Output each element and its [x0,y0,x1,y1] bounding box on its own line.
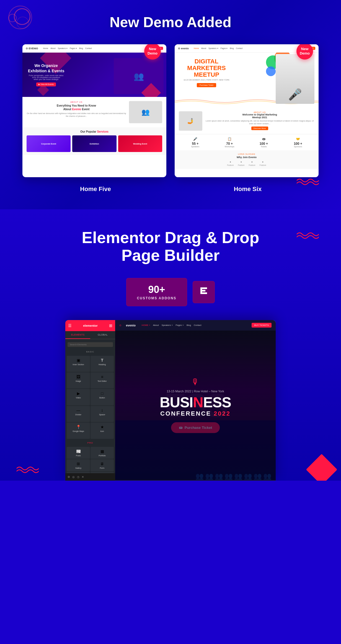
text-editor-icon: ≡ [101,375,103,379]
heading-icon: T [101,358,104,362]
elementor-title: Elementor Drag & DropPage Builder [17,229,324,264]
addons-label: CUSTOMS ADDONS [137,296,177,300]
widget-heading[interactable]: T Heading [91,356,114,372]
icon-widget-icon: ★ [100,425,104,429]
mic-icon: 🎙 [191,377,200,387]
widget-spacer[interactable]: ↕ Spacer [91,406,114,422]
video-icon: ▶ [77,391,80,396]
widget-icon[interactable]: ★ Icon [91,423,114,439]
sidebar-title: elementor [74,324,107,327]
hs-stat-speakers: 🎤 55 + Speakers [179,137,212,148]
demo-labels: Home Five Home Six [17,186,327,193]
elementor-preview: ☰ elementor ⊞ ELEMENTS GLOBAL BASIC ▣ In… [65,320,276,481]
sidebar-tabs: ELEMENTS GLOBAL [65,331,115,339]
hs-stat-sponsors: 🤝 100 + Sponsors [281,137,314,148]
about-section: ABOUT US Everything You Need to KnowAbou… [22,97,166,127]
posts-icon: 📰 [76,449,81,454]
widget-portfolio[interactable]: ▦ Portfolio [91,447,114,459]
widget-posts[interactable]: 📰 Posts [67,447,90,459]
hs-speaker-image [276,54,314,104]
widget-form[interactable]: 🖥 Form [91,459,114,471]
hs-nav: Home About Speakers ▾ Pages ▾ Blog Conta… [194,47,242,50]
page-title: New Demo Added [17,14,324,30]
mock-nav: Home About Speakers ▾ Pages ▾ Blog Conta… [43,47,92,50]
tab-global[interactable]: GLOBAL [90,331,115,339]
widget-video[interactable]: ▶ Video [67,389,90,405]
widget-inner-section[interactable]: ▣ Inner Section [67,356,90,372]
preview-buy-tickets-btn[interactable]: BUY TICKETS [252,323,272,328]
elementor-logo [193,281,215,303]
hamburger-icon[interactable]: ☰ [68,323,72,328]
hs-stat-workshops: 📋 70 + Workshops [213,137,246,148]
hs-hero-content: DIGITALMARKETERS MEETUP 18-20 DECEMBER 2… [179,58,234,87]
gallery-icon: ⊞ [77,462,80,466]
hs-about-desc: Lorem ipsum dolor sit amet, consectetur … [205,120,315,125]
hs-about: 🤳 ABOUT US Welcome to Digital MarketingM… [175,108,319,134]
preview-nav-contact: Contact [194,324,202,326]
home-five-card[interactable]: NewDemo ⊙ EVENIO Home About Speakers ▾ P… [22,44,166,177]
elementor-section: Elementor Drag & DropPage Builder 90+ CU… [0,209,341,481]
preview-nav-items: HOME + About Speakers + Pages + Blog Con… [142,324,202,326]
service-card-1: Corporate Event [27,135,71,152]
divider-icon: — [76,408,80,413]
home-five-label: Home Five [24,186,167,193]
about-image [129,101,162,123]
service-card-2: Exhibition [72,135,116,152]
inner-section-icon: ▣ [77,358,80,362]
about-title: Everything You Need to KnowAbout Evenio … [27,104,126,111]
tab-elements[interactable]: ELEMENTS [65,331,90,339]
image-icon: 🖼 [76,375,80,379]
hs-purchase-btn[interactable]: Purchase Ticket [197,83,216,87]
bg-text: ESS [164,386,226,424]
hs-why-section: LONG SLOGAN Why Join Evenio ✦Feature ✦Fe… [175,150,319,169]
hero-title: We OrganizeExhibition & Events [28,63,64,73]
form-icon: 🖥 [100,462,104,466]
widget-button[interactable]: □ Button [91,389,114,405]
hero-section: We OrganizeExhibition & Events Futur per… [22,53,166,97]
preview-hero: ESS 🎙 13-15 March 2022 | Row Hotel – New… [115,331,276,480]
preview-nav-about: About [153,324,159,326]
widget-text-editor[interactable]: ≡ Text Editor [91,372,114,388]
elementor-e-icon [198,285,209,299]
preview-nav-home: HOME + [142,324,150,326]
elementor-sidebar: ☰ elementor ⊞ ELEMENTS GLOBAL BASIC ▣ In… [65,320,115,481]
new-demo-section: New Demo Added NewDemo ⊙ EVENIO Home Abo… [0,0,341,209]
hs-about-title: Welcome to Digital MarketingMeetup 2021 [205,113,315,119]
search-input[interactable] [68,342,113,347]
hs-stats: 🎤 55 + Speakers 📋 70 + Workshops 🎟 100 +… [175,134,319,150]
hs-logo: ⊙ evenio [178,47,189,50]
addons-number: 90+ [135,284,179,295]
google-maps-icon: 📍 [76,425,81,429]
svg-rect-2 [200,290,205,292]
sidebar-bottom-icon-3[interactable]: ◷ [77,475,79,478]
widget-google-maps[interactable]: 📍 Google Maps [67,423,90,439]
basic-label: BASIC [65,349,115,354]
home-five-mockup: ⊙ EVENIO Home About Speakers ▾ Pages ▾ B… [22,44,166,177]
hero-desc: Futur perspiciatis, unde omnis iste natu… [28,74,64,80]
hero-btn[interactable]: ▶ View All Events [36,83,56,86]
about-desc: On the other hand we denounce with right… [27,112,126,118]
elementor-main-preview: ⊙ evenio HOME + About Speakers + Pages +… [115,320,276,481]
preview-nav-blog: Blog [187,324,191,326]
button-icon: □ [101,391,103,396]
sidebar-bottom-icon-4[interactable]: ✕ [82,475,84,478]
services-title: Our Popular Services [27,130,162,133]
sidebar-bottom-icon-2[interactable]: ◎ [72,475,75,478]
sidebar-bottom-icon-1[interactable]: ⚙ [68,475,70,478]
hs-about-img: 🤳 [179,111,202,131]
home-six-card[interactable]: NewDemo ⊙ evenio Home About Speakers ▾ P… [175,44,319,177]
spacer-icon: ↕ [101,408,103,413]
widget-gallery[interactable]: ⊞ Gallery [67,459,90,471]
search-container [65,339,115,349]
audience-bg [115,420,276,480]
svg-rect-3 [200,292,207,294]
widget-divider[interactable]: — Divider [67,406,90,422]
service-card-3: Wedding Event [118,135,162,152]
hs-hero: DIGITALMARKETERS MEETUP 18-20 DECEMBER 2… [175,53,319,108]
widget-image[interactable]: 🖼 Image [67,372,90,388]
service-cards: Corporate Event Exhibition Wedding Event [27,135,162,152]
pink-diamond-decoration [311,458,333,481]
hs-discover-btn[interactable]: Discover More [251,127,268,130]
addons-badge: 90+ CUSTOMS ADDONS [126,278,187,306]
grid-icon[interactable]: ⊞ [109,323,112,328]
